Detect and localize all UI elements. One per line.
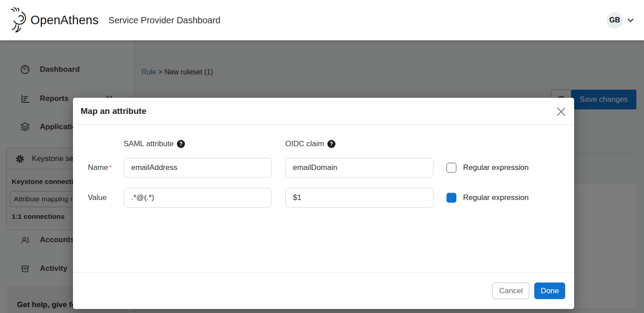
- map-attribute-modal: Map an attribute SAML attribute ? OIDC c…: [73, 98, 574, 309]
- modal-body: SAML attribute ? OIDC claim ? Name* Regu…: [73, 125, 574, 208]
- oidc-column-label: OIDC claim: [285, 139, 324, 148]
- app-root: OpenAthens Service Provider Dashboard GB…: [0, 0, 644, 313]
- name-regex-checkbox[interactable]: [447, 163, 456, 173]
- close-button[interactable]: [555, 106, 567, 117]
- avatar[interactable]: GB: [606, 12, 623, 29]
- row-label-text: Value: [88, 193, 107, 202]
- oidc-name-input[interactable]: [285, 158, 434, 178]
- required-asterisk: *: [109, 163, 112, 171]
- regex-checkbox-label: Regular expression: [463, 163, 528, 172]
- avatar-initials: GB: [610, 16, 620, 24]
- name-row-label: Name*: [88, 163, 124, 172]
- name-row: Name* Regular expression: [88, 158, 574, 178]
- name-regex-option: Regular expression: [447, 163, 528, 173]
- cancel-button[interactable]: Cancel: [492, 283, 529, 299]
- saml-attribute-column-header: SAML attribute ?: [124, 139, 272, 148]
- value-row-label: Value: [88, 193, 124, 202]
- oidc-claim-column-header: OIDC claim ?: [285, 139, 434, 148]
- value-regex-checkbox[interactable]: [447, 193, 456, 203]
- saml-name-input[interactable]: [124, 158, 272, 178]
- saml-column-label: SAML attribute: [124, 139, 174, 148]
- openathens-owl-icon: [9, 7, 30, 33]
- chevron-down-icon[interactable]: [627, 18, 634, 22]
- value-regex-option: Regular expression: [447, 193, 528, 203]
- page-title: Service Provider Dashboard: [108, 15, 220, 26]
- brand-name: OpenAthens: [30, 13, 99, 27]
- regex-checkbox-label: Regular expression: [463, 193, 528, 202]
- modal-header: Map an attribute: [73, 98, 574, 125]
- saml-value-input[interactable]: [124, 188, 272, 208]
- oidc-value-input[interactable]: [285, 188, 434, 208]
- modal-title: Map an attribute: [81, 106, 146, 116]
- row-label-text: Name: [88, 163, 108, 172]
- done-button[interactable]: Done: [534, 283, 565, 299]
- close-icon: [556, 106, 567, 117]
- value-row: Value Regular expression: [88, 188, 574, 208]
- help-icon[interactable]: ?: [327, 140, 335, 148]
- modal-footer: Cancel Done: [73, 272, 574, 309]
- brand-logo[interactable]: OpenAthens: [9, 7, 99, 33]
- help-icon[interactable]: ?: [177, 140, 185, 148]
- top-header: OpenAthens Service Provider Dashboard GB: [0, 0, 644, 40]
